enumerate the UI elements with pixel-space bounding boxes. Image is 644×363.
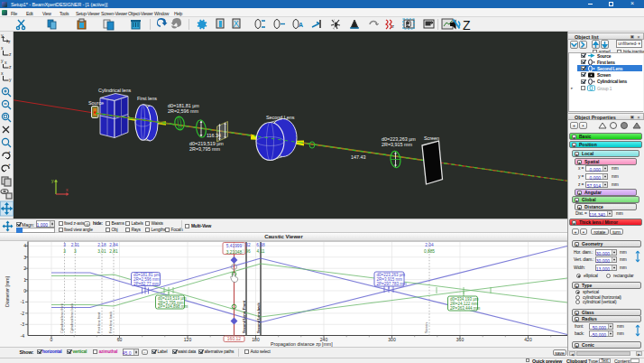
svg-text:+: + [8,163,11,167]
svg-text:4: 4 [23,243,26,248]
svg-text:3: 3 [23,255,26,260]
svg-text:2P=363,444 mm: 2P=363,444 mm [450,306,480,311]
svg-text:z: z [391,23,394,29]
svg-text:160,12: 160,12 [227,336,242,341]
svg-text:Second Lens: Front: Second Lens: Front [242,300,246,333]
svg-text:Second Lens back: Second Lens back [256,302,261,333]
svg-text:z: z [9,64,12,70]
svg-text:0: 0 [51,337,53,342]
svg-text:4,11: 4,11 [257,249,265,254]
svg-text:2,04: 2,04 [425,243,434,247]
svg-text:3,21048: 3,21048 [226,250,243,255]
svg-text:2R=3,795 mm: 2R=3,795 mm [189,146,221,152]
svg-text:z: z [8,39,11,44]
svg-text:First lens: First lens [137,96,157,101]
svg-text:Screen: Screen [424,323,428,333]
svg-text:Cylindrical lens: front: Cylindrical lens: front [60,302,64,333]
svg-text:3,01: 3,01 [97,249,106,254]
svg-text:y: y [9,77,12,82]
svg-text:+: + [8,150,11,154]
svg-text:2P=297,783 mm: 2P=297,783 mm [377,282,407,286]
svg-text:2: 2 [23,265,26,271]
svg-text:360: 360 [456,337,465,342]
svg-text:180: 180 [252,337,260,342]
svg-text:116.34: 116.34 [207,133,221,138]
svg-text:-3: -3 [21,321,25,327]
svg-text:y: y [1,58,4,63]
svg-text:2,81: 2,81 [109,249,118,254]
svg-text:2,18: 2,18 [97,243,106,247]
svg-text:Propagation distance zp [mm]: Propagation distance zp [mm] [271,341,333,347]
svg-text:1: 1 [23,277,26,283]
svg-text:x: x [5,60,7,65]
svg-text:Cylindrical lens: Cylindrical lens [98,88,132,93]
svg-text:2P=82,77 mm: 2P=82,77 mm [133,282,159,286]
svg-text:x: x [1,70,4,76]
svg-text:2,91: 2,91 [71,243,80,247]
svg-text:3: 3 [63,249,66,254]
svg-text:-4: -4 [21,333,25,339]
svg-text:0,885: 0,885 [424,249,435,254]
svg-text:6,38: 6,38 [256,243,265,247]
svg-text:3: 3 [74,249,77,254]
svg-text:Cylindrical lens: back: Cylindrical lens: back [69,303,74,333]
svg-text:First lens: front: First lens: front [97,312,101,333]
svg-text:420: 420 [524,337,532,342]
svg-text:-1: -1 [21,299,25,304]
svg-text:5,41999: 5,41999 [226,244,243,248]
svg-text:2R=3,915 mm: 2R=3,915 mm [382,142,413,147]
svg-text:Source: Source [88,100,104,106]
svg-text:120: 120 [184,337,192,342]
svg-text:147.43: 147.43 [351,154,366,160]
svg-text:x: x [1,45,4,51]
svg-text:x: x [66,187,69,192]
svg-text:z: z [9,51,12,57]
svg-text:2R=2,596 mm: 2R=2,596 mm [168,108,199,114]
svg-text:2,84: 2,84 [109,243,118,247]
svg-text:A: A [299,22,303,28]
svg-text:0: 0 [23,288,26,293]
svg-text:60: 60 [117,337,123,342]
svg-text:Second Lens: Second Lens [266,115,295,120]
svg-text:300: 300 [388,337,396,342]
svg-text:Diameter [mm]: Diameter [mm] [5,275,10,307]
svg-text:3: 3 [63,243,66,247]
svg-text:Z: Z [463,18,471,33]
svg-text:2P=104,898 mm: 2P=104,898 mm [158,304,188,309]
svg-text:y: y [51,178,54,183]
svg-text:Screen: Screen [424,135,439,141]
svg-text:First lens: back: First lens: back [108,312,113,333]
svg-text:-2: -2 [21,311,25,316]
